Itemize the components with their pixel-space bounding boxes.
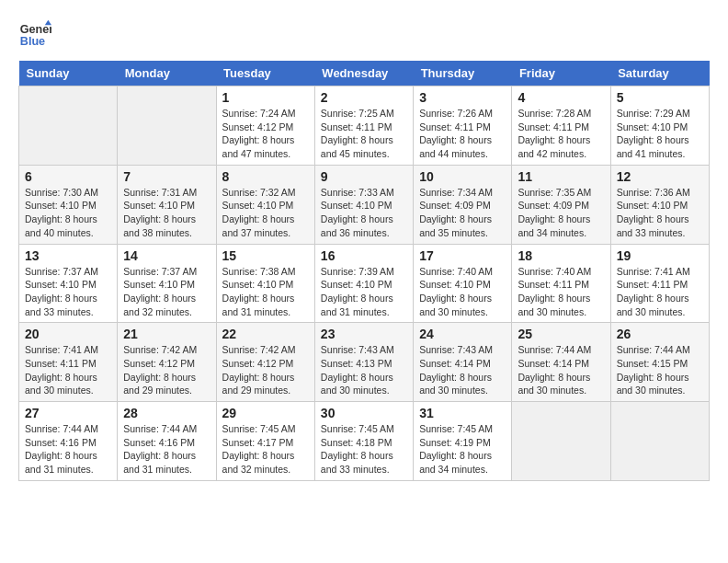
calendar-cell: 12 Sunrise: 7:36 AMSunset: 4:10 PMDaylig… bbox=[610, 165, 709, 244]
day-number: 9 bbox=[321, 169, 407, 184]
day-info: Sunrise: 7:44 AMSunset: 4:16 PMDaylight:… bbox=[25, 423, 98, 475]
day-info: Sunrise: 7:37 AMSunset: 4:10 PMDaylight:… bbox=[123, 266, 197, 317]
logo-icon: General Blue bbox=[18, 18, 51, 52]
calendar-week-5: 27 Sunrise: 7:44 AMSunset: 4:16 PMDaylig… bbox=[19, 402, 710, 481]
day-info: Sunrise: 7:30 AMSunset: 4:10 PMDaylight:… bbox=[25, 187, 98, 238]
day-number: 12 bbox=[617, 169, 703, 184]
day-info: Sunrise: 7:31 AMSunset: 4:10 PMDaylight:… bbox=[123, 187, 197, 238]
header-thursday: Thursday bbox=[414, 61, 512, 86]
day-info: Sunrise: 7:26 AMSunset: 4:11 PMDaylight:… bbox=[419, 108, 493, 159]
day-number: 1 bbox=[222, 90, 309, 105]
day-number: 5 bbox=[617, 90, 703, 105]
calendar-cell: 8 Sunrise: 7:32 AMSunset: 4:10 PMDayligh… bbox=[216, 165, 314, 244]
day-number: 19 bbox=[617, 248, 703, 263]
day-info: Sunrise: 7:32 AMSunset: 4:10 PMDaylight:… bbox=[222, 187, 296, 238]
calendar-cell bbox=[118, 86, 216, 166]
calendar-cell: 20 Sunrise: 7:41 AMSunset: 4:11 PMDaylig… bbox=[19, 323, 118, 402]
day-info: Sunrise: 7:28 AMSunset: 4:11 PMDaylight:… bbox=[518, 108, 591, 159]
day-number: 2 bbox=[321, 90, 407, 105]
day-number: 20 bbox=[25, 327, 111, 341]
calendar-cell: 9 Sunrise: 7:33 AMSunset: 4:10 PMDayligh… bbox=[314, 165, 413, 244]
day-info: Sunrise: 7:41 AMSunset: 4:11 PMDaylight:… bbox=[25, 344, 98, 396]
day-number: 10 bbox=[419, 169, 506, 184]
day-number: 11 bbox=[518, 169, 604, 184]
calendar-cell: 30 Sunrise: 7:45 AMSunset: 4:18 PMDaylig… bbox=[314, 402, 413, 481]
day-info: Sunrise: 7:44 AMSunset: 4:15 PMDaylight:… bbox=[617, 344, 690, 396]
day-info: Sunrise: 7:43 AMSunset: 4:13 PMDaylight:… bbox=[321, 344, 394, 396]
calendar-cell: 29 Sunrise: 7:45 AMSunset: 4:17 PMDaylig… bbox=[216, 402, 314, 481]
header-wednesday: Wednesday bbox=[314, 61, 413, 86]
calendar-week-2: 6 Sunrise: 7:30 AMSunset: 4:10 PMDayligh… bbox=[19, 165, 710, 244]
day-info: Sunrise: 7:37 AMSunset: 4:10 PMDaylight:… bbox=[25, 266, 98, 317]
day-number: 26 bbox=[617, 327, 703, 341]
day-info: Sunrise: 7:34 AMSunset: 4:09 PMDaylight:… bbox=[419, 187, 493, 238]
calendar-cell: 31 Sunrise: 7:45 AMSunset: 4:19 PMDaylig… bbox=[414, 402, 512, 481]
logo: General Blue bbox=[18, 18, 51, 52]
calendar-cell: 16 Sunrise: 7:39 AMSunset: 4:10 PMDaylig… bbox=[314, 244, 413, 323]
calendar-cell: 25 Sunrise: 7:44 AMSunset: 4:14 PMDaylig… bbox=[512, 323, 610, 402]
calendar-cell: 2 Sunrise: 7:25 AMSunset: 4:11 PMDayligh… bbox=[314, 86, 413, 166]
calendar-cell: 14 Sunrise: 7:37 AMSunset: 4:10 PMDaylig… bbox=[118, 244, 216, 323]
day-info: Sunrise: 7:41 AMSunset: 4:11 PMDaylight:… bbox=[617, 266, 690, 317]
calendar-cell: 5 Sunrise: 7:29 AMSunset: 4:10 PMDayligh… bbox=[610, 86, 709, 166]
day-number: 8 bbox=[222, 169, 309, 184]
calendar-cell: 3 Sunrise: 7:26 AMSunset: 4:11 PMDayligh… bbox=[414, 86, 512, 166]
day-info: Sunrise: 7:24 AMSunset: 4:12 PMDaylight:… bbox=[222, 108, 296, 159]
day-info: Sunrise: 7:44 AMSunset: 4:14 PMDaylight:… bbox=[518, 344, 591, 396]
day-info: Sunrise: 7:45 AMSunset: 4:18 PMDaylight:… bbox=[321, 423, 394, 475]
calendar-cell: 18 Sunrise: 7:40 AMSunset: 4:11 PMDaylig… bbox=[512, 244, 610, 323]
day-info: Sunrise: 7:29 AMSunset: 4:10 PMDaylight:… bbox=[617, 108, 690, 159]
day-number: 16 bbox=[321, 248, 407, 263]
day-number: 29 bbox=[222, 406, 309, 420]
day-number: 17 bbox=[419, 248, 506, 263]
day-info: Sunrise: 7:25 AMSunset: 4:11 PMDaylight:… bbox=[321, 108, 394, 159]
day-info: Sunrise: 7:40 AMSunset: 4:11 PMDaylight:… bbox=[518, 266, 591, 317]
day-number: 3 bbox=[419, 90, 506, 105]
day-number: 7 bbox=[123, 169, 210, 184]
svg-text:Blue: Blue bbox=[20, 35, 45, 48]
day-info: Sunrise: 7:43 AMSunset: 4:14 PMDaylight:… bbox=[419, 344, 493, 396]
calendar-cell: 27 Sunrise: 7:44 AMSunset: 4:16 PMDaylig… bbox=[19, 402, 118, 481]
header-friday: Friday bbox=[512, 61, 610, 86]
calendar-cell: 11 Sunrise: 7:35 AMSunset: 4:09 PMDaylig… bbox=[512, 165, 610, 244]
header-monday: Monday bbox=[118, 61, 216, 86]
day-number: 6 bbox=[25, 169, 111, 184]
day-info: Sunrise: 7:40 AMSunset: 4:10 PMDaylight:… bbox=[419, 266, 493, 317]
day-info: Sunrise: 7:33 AMSunset: 4:10 PMDaylight:… bbox=[321, 187, 394, 238]
day-info: Sunrise: 7:45 AMSunset: 4:19 PMDaylight:… bbox=[419, 423, 493, 475]
header-tuesday: Tuesday bbox=[216, 61, 314, 86]
day-number: 4 bbox=[518, 90, 604, 105]
calendar-cell: 15 Sunrise: 7:38 AMSunset: 4:10 PMDaylig… bbox=[216, 244, 314, 323]
calendar-week-1: 1 Sunrise: 7:24 AMSunset: 4:12 PMDayligh… bbox=[19, 86, 710, 166]
calendar-cell: 21 Sunrise: 7:42 AMSunset: 4:12 PMDaylig… bbox=[118, 323, 216, 402]
calendar-week-4: 20 Sunrise: 7:41 AMSunset: 4:11 PMDaylig… bbox=[19, 323, 710, 402]
calendar-cell: 7 Sunrise: 7:31 AMSunset: 4:10 PMDayligh… bbox=[118, 165, 216, 244]
day-number: 18 bbox=[518, 248, 604, 263]
calendar-cell: 6 Sunrise: 7:30 AMSunset: 4:10 PMDayligh… bbox=[19, 165, 118, 244]
day-number: 30 bbox=[321, 406, 407, 420]
day-info: Sunrise: 7:45 AMSunset: 4:17 PMDaylight:… bbox=[222, 423, 296, 475]
day-number: 22 bbox=[222, 327, 309, 341]
day-number: 25 bbox=[518, 327, 604, 341]
calendar-cell: 4 Sunrise: 7:28 AMSunset: 4:11 PMDayligh… bbox=[512, 86, 610, 166]
day-info: Sunrise: 7:44 AMSunset: 4:16 PMDaylight:… bbox=[123, 423, 197, 475]
calendar-cell: 17 Sunrise: 7:40 AMSunset: 4:10 PMDaylig… bbox=[414, 244, 512, 323]
calendar-cell: 23 Sunrise: 7:43 AMSunset: 4:13 PMDaylig… bbox=[314, 323, 413, 402]
day-number: 21 bbox=[123, 327, 210, 341]
calendar-cell: 13 Sunrise: 7:37 AMSunset: 4:10 PMDaylig… bbox=[19, 244, 118, 323]
day-info: Sunrise: 7:38 AMSunset: 4:10 PMDaylight:… bbox=[222, 266, 296, 317]
day-number: 14 bbox=[123, 248, 210, 263]
calendar-cell bbox=[610, 402, 709, 481]
day-number: 24 bbox=[419, 327, 506, 341]
day-info: Sunrise: 7:35 AMSunset: 4:09 PMDaylight:… bbox=[518, 187, 591, 238]
day-info: Sunrise: 7:42 AMSunset: 4:12 PMDaylight:… bbox=[222, 344, 296, 396]
header-sunday: Sunday bbox=[19, 61, 118, 86]
calendar-cell: 1 Sunrise: 7:24 AMSunset: 4:12 PMDayligh… bbox=[216, 86, 314, 166]
day-number: 27 bbox=[25, 406, 111, 420]
page-header: General Blue bbox=[18, 18, 710, 52]
day-number: 31 bbox=[419, 406, 506, 420]
calendar-cell: 26 Sunrise: 7:44 AMSunset: 4:15 PMDaylig… bbox=[610, 323, 709, 402]
calendar-cell: 22 Sunrise: 7:42 AMSunset: 4:12 PMDaylig… bbox=[216, 323, 314, 402]
calendar-header-row: SundayMondayTuesdayWednesdayThursdayFrid… bbox=[19, 61, 710, 86]
calendar-cell bbox=[512, 402, 610, 481]
